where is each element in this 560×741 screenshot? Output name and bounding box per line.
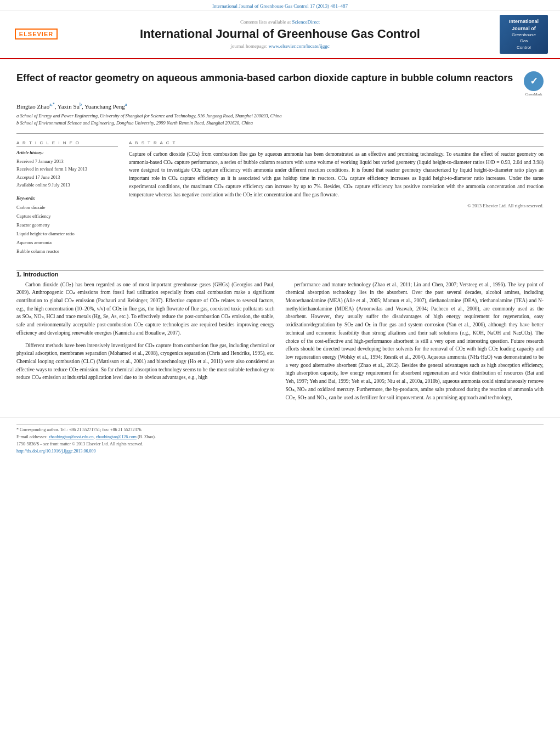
journal-badge: International Journal of Greenhouse Gas … xyxy=(500,15,548,54)
history-label: Article history: xyxy=(16,150,118,155)
intro-para-2: Different methods have been intensively … xyxy=(16,342,275,382)
journal-title: International Journal of Greenhouse Gas … xyxy=(64,27,496,41)
keyword-5: Aqueous ammonia xyxy=(16,238,118,247)
journal-header: ELSEVIER Contents lists available at Sci… xyxy=(0,10,560,59)
keywords-label: Keywords: xyxy=(16,196,118,201)
keywords-block: Keywords: Carbon dioxide Capture efficie… xyxy=(16,196,118,256)
journal-title-area: Contents lists available at ScienceDirec… xyxy=(64,19,496,49)
corresponding-note: * Corresponding author. Tel.: +86 21 552… xyxy=(16,424,544,441)
keyword-6: Bubble column reactor xyxy=(16,247,118,256)
author-yuanchang: Yuanchang Peng xyxy=(84,103,125,109)
journal-badge-area: International Journal of Greenhouse Gas … xyxy=(496,15,551,54)
affiliations: a School of Energy and Power Engineering… xyxy=(16,112,544,127)
abstract-column: A B S T R A C T Capture of carbon dioxid… xyxy=(129,140,544,263)
revised-date: Received in revised form 1 May 2013 xyxy=(16,165,118,173)
publisher-logo-area: ELSEVIER xyxy=(9,29,64,39)
article-title-section: Effect of reactor geometry on aqueous am… xyxy=(16,71,544,97)
crossmark-label: CrossMark xyxy=(524,92,544,97)
badge-title-line3: Gas xyxy=(504,38,544,44)
sciencedirect-link[interactable]: Contents lists available at ScienceDirec… xyxy=(64,19,496,25)
elsevier-logo: ELSEVIER xyxy=(15,29,58,39)
author-yaxin: Yaxin Su xyxy=(58,103,80,109)
intro-right-col: performance and mature technology (Zhao … xyxy=(286,281,544,406)
copyright-line: © 2013 Elsevier Ltd. All rights reserved… xyxy=(129,203,544,208)
info-abstract-columns: A R T I C L E I N F O Article history: R… xyxy=(16,140,544,263)
intro-left-col: Carbon dioxide (CO₂) has been regarded a… xyxy=(16,281,275,406)
email-link-1[interactable]: zhaobingtao@usst.edu.cn xyxy=(49,434,94,439)
online-date: Available online 9 July 2013 xyxy=(16,181,118,189)
author-sup-a: a,* xyxy=(49,102,55,107)
badge-title-line1: International Journal of xyxy=(504,18,544,32)
crossmark-icon: ✓ xyxy=(524,71,544,91)
email-link-2[interactable]: zhaobingtao@126.com xyxy=(96,434,137,439)
authors-line: Bingtao Zhaoa,*, Yaxin Sub, Yuanchang Pe… xyxy=(16,102,544,110)
abstract-header: A B S T R A C T xyxy=(129,140,544,147)
article-history-block: Article history: Received 7 January 2013… xyxy=(16,150,118,189)
intro-right-text: performance and mature technology (Zhao … xyxy=(286,281,544,402)
badge-title-line2: Greenhouse xyxy=(504,32,544,38)
affiliation-b: b School of Environmental Science and En… xyxy=(16,120,544,127)
intro-title: 1. Introduction xyxy=(16,271,544,278)
journal-url[interactable]: www.elsevier.com/locate/ijggc xyxy=(269,43,330,49)
intro-para-1: Carbon dioxide (CO₂) has been regarded a… xyxy=(16,281,275,337)
intro-para-3: performance and mature technology (Zhao … xyxy=(286,281,544,402)
crossmark-area: ✓ CrossMark xyxy=(524,71,544,97)
author-sup-a2: a xyxy=(125,102,127,107)
keyword-2: Capture efficiency xyxy=(16,212,118,220)
article-info-column: A R T I C L E I N F O Article history: R… xyxy=(16,140,118,263)
footer-bar: * Corresponding author. Tel.: +86 21 552… xyxy=(0,417,560,457)
abstract-text: Capture of carbon dioxide (CO₂) from com… xyxy=(129,150,544,199)
intro-left-text: Carbon dioxide (CO₂) has been regarded a… xyxy=(16,281,275,382)
accepted-date: Accepted 17 June 2013 xyxy=(16,173,118,181)
email-label: E-mail addresses: xyxy=(16,434,48,439)
journal-homepage: journal homepage: www.elsevier.com/locat… xyxy=(64,43,496,49)
affiliation-a: a School of Energy and Power Engineering… xyxy=(16,112,544,120)
intro-columns: Carbon dioxide (CO₂) has been regarded a… xyxy=(16,281,544,406)
article-container: Effect of reactor geometry on aqueous am… xyxy=(0,59,560,270)
article-info-header: A R T I C L E I N F O xyxy=(16,140,118,147)
received-date: Received 7 January 2013 xyxy=(16,157,118,165)
badge-title-line4: Control xyxy=(504,44,544,50)
sciencedirect-anchor[interactable]: ScienceDirect xyxy=(292,19,320,25)
keyword-3: Reactor geometry xyxy=(16,220,118,229)
author-bingtao: Bingtao Zhao xyxy=(16,103,49,109)
section-divider xyxy=(16,133,544,134)
body-section: 1. Introduction Carbon dioxide (CO₂) has… xyxy=(0,271,560,415)
footer-issn: 1750-5836/$ – see front matter © 2013 El… xyxy=(16,441,544,455)
article-title: Effect of reactor geometry on aqueous am… xyxy=(16,71,515,84)
journal-citation: International Journal of Greenhouse Gas … xyxy=(0,0,560,10)
keyword-1: Carbon dioxide xyxy=(16,203,118,212)
footer-doi-link[interactable]: http://dx.doi.org/10.1016/j.ijggc.2013.0… xyxy=(16,449,96,454)
keyword-4: Liquid height-to-diameter ratio xyxy=(16,229,118,238)
